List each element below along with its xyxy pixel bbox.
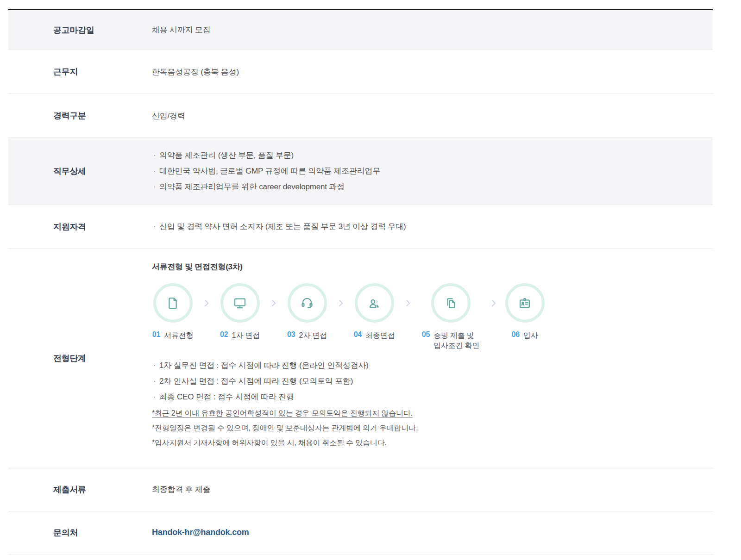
document-icon [165, 296, 180, 311]
step-name: 입사 [523, 330, 538, 341]
step-number: 05 [422, 330, 430, 351]
step-circle [153, 283, 193, 323]
monitor-icon [232, 296, 247, 311]
step-circle [288, 283, 327, 323]
bullet-marker: · [152, 179, 159, 195]
chevron-right-icon [489, 298, 499, 308]
copy-documents-icon [443, 296, 458, 311]
list-item: · 2차 인사실 면접 : 접수 시점에 따라 진행 (모의토익 포함) [152, 373, 699, 389]
row-documents: 제출서류 최종합격 후 제출 [8, 468, 713, 511]
bullet-marker: · [152, 163, 159, 179]
row-value: · 의약품 제조관리 (생산 부문, 품질 부문) · 대한민국 약사법, 글로… [152, 148, 713, 195]
note-line: *입사지원서 기재사항에 허위사항이 있을 시, 채용이 취소될 수 있습니다. [152, 436, 699, 450]
chevron-right-icon [336, 298, 346, 308]
row-process: 전형단계 서류전형 및 면접전형(3차) 01 서류전형 [8, 249, 713, 468]
bullet-marker: · [152, 219, 159, 235]
step-name: 1차 면접 [232, 330, 260, 341]
row-value: 채용 시까지 모집 [152, 25, 713, 35]
step-number: 04 [354, 330, 362, 341]
contact-email-link[interactable]: Handok-hr@handok.com [152, 528, 249, 537]
id-badge-icon [517, 296, 532, 311]
row-label: 직무상세 [8, 166, 152, 177]
list-item: · 1차 실무진 면접 : 접수 시점에 따라 진행 (온라인 인적성검사) [152, 358, 699, 373]
job-info-table: 공고마감일 채용 시까지 모집 근무지 한독음성공장 (충북 음성) 경력구분 … [8, 9, 713, 554]
chevron-right-icon [269, 298, 279, 308]
row-qualification: 지원자격 · 신입 및 경력 약사 면허 소지자 (제조 또는 품질 부문 3년… [8, 205, 713, 249]
process-title: 서류전형 및 면접전형(3차) [152, 261, 699, 272]
note-line: *전형일정은 변경될 수 있으며, 장애인 및 보훈대상자는 관계법에 의거 우… [152, 421, 699, 436]
list-item: · 의약품 제조관리 (생산 부문, 품질 부문) [152, 148, 699, 163]
step-name: 2차 면접 [299, 330, 327, 341]
row-value: 신입/경력 [152, 111, 713, 121]
list-item: · 최종 CEO 면접 : 접수 시점에 따라 진행 [152, 389, 699, 405]
list-item: · 대한민국 약사법, 글로벌 GMP 규정에 따른 의약품 제조관리업무 [152, 163, 699, 179]
bullet-marker: · [152, 373, 159, 389]
row-value: 서류전형 및 면접전형(3차) 01 서류전형 [152, 249, 713, 468]
process-step-3: 03 2차 면접 [282, 283, 333, 341]
process-step-1: 01 서류전형 [147, 283, 198, 341]
step-circle [505, 283, 545, 323]
bullet-marker: · [152, 358, 159, 373]
row-value: Handok-hr@handok.com [152, 528, 713, 537]
step-number: 03 [287, 330, 295, 341]
row-job-detail: 직무상세 · 의약품 제조관리 (생산 부문, 품질 부문) · 대한민국 약사… [8, 138, 713, 205]
step-circle [431, 283, 471, 323]
row-value: 최종합격 후 제출 [152, 484, 713, 495]
step-number: 01 [152, 330, 160, 341]
bullet-marker: · [152, 148, 159, 163]
note-line: *최근 2년 이내 유효한 공인어학성적이 있는 경우 모의토익은 진행되지 않… [152, 406, 699, 421]
people-icon [367, 296, 382, 311]
process-step-5: 05 증빙 제출 및 입사조건 확인 [416, 283, 485, 351]
row-career: 경력구분 신입/경력 [8, 94, 713, 138]
process-step-4: 04 최종면접 [349, 283, 400, 341]
headset-icon [300, 296, 314, 311]
chevron-right-icon [403, 298, 413, 308]
step-name: 최종면접 [365, 330, 395, 341]
step-circle [220, 283, 260, 323]
row-contact: 문의처 Handok-hr@handok.com [8, 511, 713, 554]
row-label: 제출서류 [8, 484, 152, 495]
step-name: 서류전형 [164, 330, 193, 341]
bullet-marker: · [152, 389, 159, 405]
step-name: 증빙 제출 및 입사조건 확인 [433, 330, 479, 351]
row-deadline: 공고마감일 채용 시까지 모집 [8, 10, 713, 50]
process-notes: *최근 2년 이내 유효한 공인어학성적이 있는 경우 모의토익은 진행되지 않… [152, 406, 699, 450]
row-label: 지원자격 [8, 221, 152, 232]
row-location: 근무지 한독음성공장 (충북 음성) [8, 50, 713, 94]
step-number: 06 [511, 330, 519, 341]
row-label: 경력구분 [8, 110, 152, 121]
row-label: 근무지 [8, 66, 152, 77]
row-value: 한독음성공장 (충북 음성) [152, 67, 713, 77]
process-bullet-list: · 1차 실무진 면접 : 접수 시점에 따라 진행 (온라인 인적성검사) ·… [152, 358, 699, 405]
process-step-2: 02 1차 면접 [214, 283, 265, 341]
row-label: 공고마감일 [8, 25, 152, 36]
step-circle [355, 283, 394, 323]
step-number: 02 [220, 330, 228, 341]
list-item: · 의약품 제조관리업무를 위한 career development 과정 [152, 179, 699, 195]
chevron-right-icon [201, 298, 212, 308]
row-value: · 신입 및 경력 약사 면허 소지자 (제조 또는 품질 부문 3년 이상 경… [152, 219, 713, 235]
list-item: · 신입 및 경력 약사 면허 소지자 (제조 또는 품질 부문 3년 이상 경… [152, 219, 699, 235]
process-step-6: 06 입사 [502, 283, 548, 341]
row-label: 문의처 [8, 527, 152, 538]
row-label: 전형단계 [8, 353, 152, 364]
process-steps: 01 서류전형 02 [147, 283, 699, 351]
